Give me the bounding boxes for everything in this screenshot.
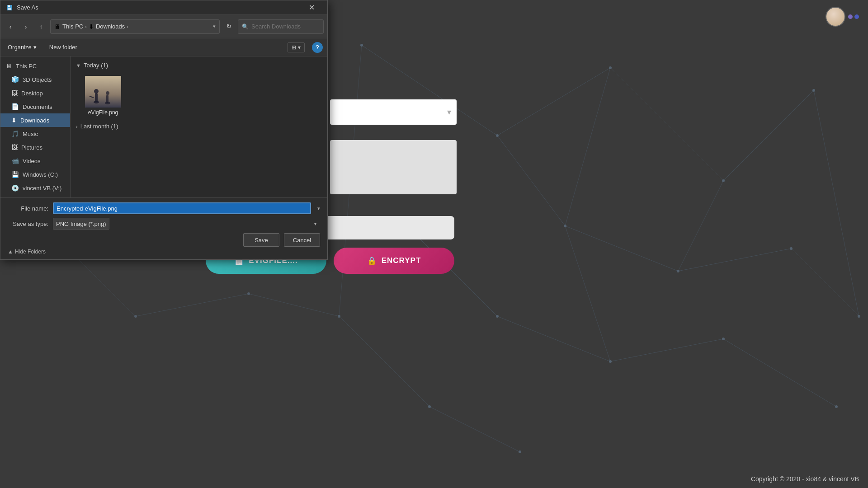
sidebar-item-3d-objects[interactable]: 🧊 3D Objects [0,73,70,86]
address-path[interactable]: 🖥 This PC › ⬇ Downloads › ▾ [50,19,220,34]
filename-dropdown-arrow[interactable]: ▾ [317,206,320,211]
hide-folders-arrow: ▲ [8,249,13,255]
vincent-vb-icon: 💿 [11,184,19,192]
sidebar-item-documents[interactable]: 📄 Documents [0,100,70,113]
today-chevron: ▼ [76,63,81,68]
evigfile-thumbnail [85,76,121,108]
filename-input[interactable] [53,202,311,214]
sidebar-item-windows-c[interactable]: 💾 Windows (C:) [0,168,70,181]
windows-c-icon: 💾 [11,171,19,178]
svg-point-56 [106,91,109,95]
sidebar-this-pc-label: This PC [16,63,37,70]
svg-rect-49 [85,76,121,108]
evigfile-label: eVigFile.png [88,109,118,116]
videos-icon: 📹 [11,157,19,164]
dialog-actions: Save Cancel [8,233,320,247]
dialog-titlebar: Save As ✕ [0,0,327,15]
file-content-area: ▼ Today (1) [71,56,327,197]
svg-rect-48 [8,5,10,7]
path-arrow-1: › [85,24,87,29]
organize-button[interactable]: Organize ▾ [5,42,39,52]
dialog-addressbar: ‹ › ↑ 🖥 This PC › ⬇ Downloads › ▾ ↻ 🔍 [0,15,327,38]
filetype-label: Save as type: [8,221,48,227]
sidebar-item-videos[interactable]: 📹 Videos [0,154,70,168]
pictures-icon: 🖼 [11,144,18,151]
sidebar-music-label: Music [23,131,38,137]
dialog-title-left: Save As [6,4,38,11]
sidebar-item-this-pc[interactable]: 🖥 This PC [0,59,70,73]
sidebar-videos-label: Videos [23,158,41,164]
view-icon: ⊞ [292,44,296,51]
nav-forward-button[interactable]: › [19,20,32,33]
svg-rect-51 [95,93,98,102]
search-input[interactable] [251,23,320,30]
filetype-select-wrapper: PNG Image (*.png) ▾ [53,218,320,230]
path-dropdown-arrow[interactable]: ▾ [213,23,216,29]
sidebar-windows-c-label: Windows (C:) [23,171,58,178]
downloads-icon: ⬇ [11,117,17,124]
sidebar-item-music[interactable]: 🎵 Music [0,127,70,141]
dialog-bottom: File name: ▾ Save as type: PNG Image (*.… [0,197,327,259]
sidebar-pictures-label: Pictures [21,144,42,151]
group-header-last-month[interactable]: › Last month (1) [76,121,322,131]
last-month-chevron: › [76,124,78,129]
dialog-close-button[interactable]: ✕ [301,0,322,15]
filetype-select[interactable]: PNG Image (*.png) [53,218,109,230]
sidebar-item-vincent-vb[interactable]: 💿 vincent VB (V:) [0,181,70,195]
view-arrow: ▾ [298,44,301,51]
sidebar-desktop-label: Desktop [21,90,43,97]
3d-objects-icon: 🧊 [11,76,19,83]
desktop-icon: 🖼 [11,89,18,97]
save-dialog-icon [6,4,13,11]
path-downloads: Downloads [96,23,125,30]
nav-up-button[interactable]: ↑ [35,20,47,33]
dialog-title-text: Save As [17,4,38,11]
dialog-body: 🖥 This PC 🧊 3D Objects 🖼 Desktop 📄 Docum… [0,56,327,197]
last-month-group-label: Last month (1) [80,123,118,130]
sidebar-item-pictures[interactable]: 🖼 Pictures [0,141,70,154]
resize-handle[interactable] [326,60,327,197]
refresh-button[interactable]: ↻ [222,20,235,33]
sidebar-documents-label: Documents [23,103,52,110]
sidebar-item-downloads[interactable]: ⬇ Downloads [0,113,70,127]
save-button[interactable]: Save [243,233,279,247]
path-arrow-2: › [127,24,128,29]
save-as-dialog: Save As ✕ ‹ › ↑ 🖥 This PC › ⬇ Downloads … [0,0,328,260]
today-group-label: Today (1) [84,62,108,69]
sidebar-item-desktop[interactable]: 🖼 Desktop [0,86,70,100]
filename-row: File name: ▾ [8,202,320,214]
search-box[interactable]: 🔍 [238,19,324,34]
path-this-pc: This PC [62,23,83,30]
view-button[interactable]: ⊞ ▾ [288,42,305,52]
new-folder-button[interactable]: New folder [47,42,80,52]
search-icon: 🔍 [242,23,249,30]
downloads-path-icon: ⬇ [89,23,94,30]
sidebar-3d-label: 3D Objects [23,76,52,83]
help-button[interactable]: ? [312,42,323,53]
cancel-button[interactable]: Cancel [284,233,320,247]
music-icon: 🎵 [11,130,19,137]
filetype-row: Save as type: PNG Image (*.png) ▾ [8,218,320,230]
group-header-today[interactable]: ▼ Today (1) [76,60,322,70]
file-item-evigfile[interactable]: eVigFile.png [83,74,123,117]
filename-label: File name: [8,205,48,212]
hide-folders-row: ▲ Hide Folders [8,247,320,255]
dialog-toolbar: Organize ▾ New folder ⊞ ▾ ? [0,38,327,56]
sidebar: 🖥 This PC 🧊 3D Objects 🖼 Desktop 📄 Docum… [0,56,71,197]
svg-rect-55 [106,95,108,103]
sidebar-downloads-label: Downloads [20,117,49,124]
documents-icon: 📄 [11,103,19,110]
this-pc-icon: 🖥 [6,62,12,70]
dialog-overlay: Save As ✕ ‹ › ↑ 🖥 This PC › ⬇ Downloads … [0,0,868,488]
nav-back-button[interactable]: ‹ [4,20,17,33]
sidebar-vincent-vb-label: vincent VB (V:) [23,185,61,192]
svg-point-52 [94,89,99,94]
filetype-dropdown-arrow: ▾ [314,221,316,226]
hide-folders-button[interactable]: ▲ Hide Folders [8,249,46,255]
pc-icon: 🖥 [54,23,61,30]
svg-rect-47 [8,8,11,10]
today-file-grid: eVigFile.png [76,70,322,121]
